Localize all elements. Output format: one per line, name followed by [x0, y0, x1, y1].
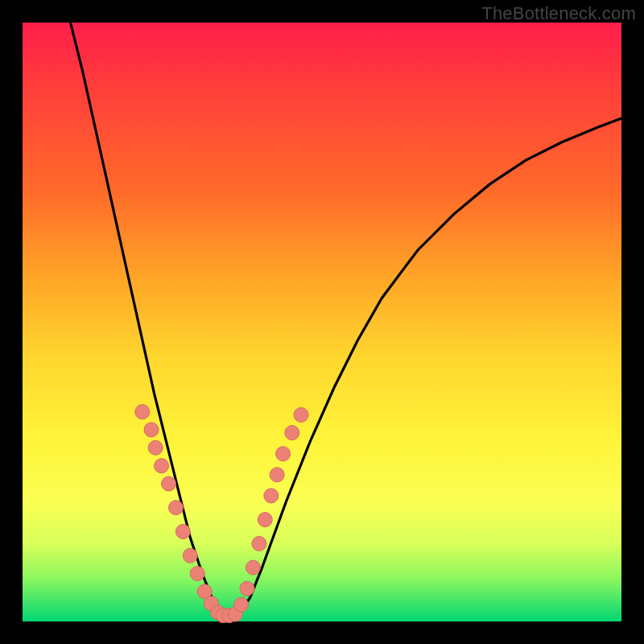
highlight-dot — [155, 459, 169, 473]
chart-frame: TheBottleneck.com — [0, 0, 644, 644]
highlight-dot — [270, 468, 284, 482]
highlight-dot — [234, 597, 249, 612]
curve-svg — [23, 23, 621, 621]
highlight-dot — [175, 524, 190, 539]
highlight-dot — [258, 513, 272, 527]
highlight-dot — [276, 447, 291, 461]
highlight-dot — [264, 489, 279, 503]
highlight-dot — [190, 567, 204, 581]
bottleneck-curve — [71, 23, 622, 616]
highlight-dot — [162, 477, 176, 491]
watermark-text: TheBottleneck.com — [481, 3, 636, 24]
highlight-dot — [246, 560, 260, 575]
highlight-dot — [285, 426, 299, 440]
highlight-dot — [148, 440, 163, 455]
highlight-dot — [135, 405, 150, 419]
highlight-dot — [252, 536, 266, 551]
plot-area — [23, 23, 621, 621]
highlight-dot — [169, 501, 184, 515]
highlight-dot — [144, 423, 159, 437]
highlight-dot — [183, 548, 197, 563]
highlight-dot — [240, 581, 254, 596]
highlight-dot — [294, 407, 308, 422]
